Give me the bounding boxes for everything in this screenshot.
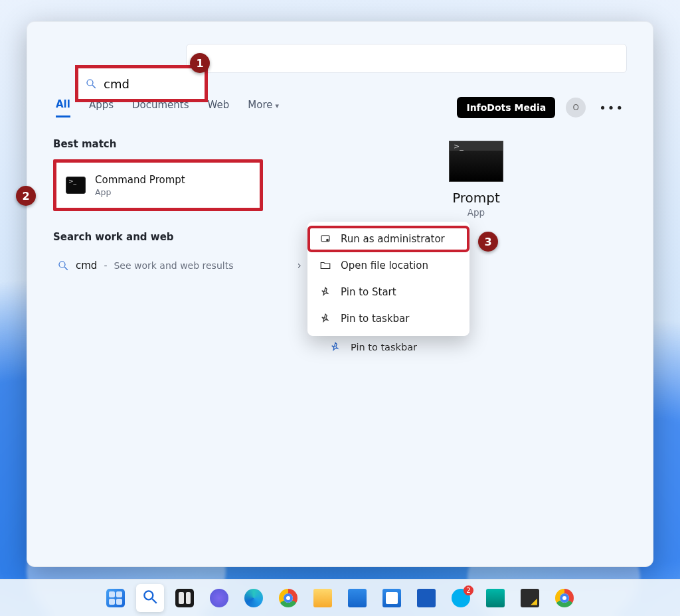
web-result-separator: - bbox=[104, 260, 107, 271]
notification-badge: 2 bbox=[464, 585, 473, 595]
user-name-pill[interactable]: InfoDots Media bbox=[457, 97, 555, 118]
annotation-badge-2: 2 bbox=[16, 186, 36, 206]
taskbar-chat-button[interactable] bbox=[205, 584, 233, 612]
svg-line-1 bbox=[92, 85, 96, 88]
more-options-button[interactable]: ••• bbox=[596, 98, 627, 117]
search-bar[interactable] bbox=[186, 44, 627, 73]
pin-icon bbox=[319, 286, 331, 298]
command-prompt-icon-large bbox=[449, 141, 503, 182]
svg-point-0 bbox=[87, 80, 93, 86]
search-input-highlight bbox=[75, 65, 208, 102]
best-match-title: Command Prompt bbox=[95, 174, 185, 186]
context-item-label: Pin to taskbar bbox=[341, 313, 409, 325]
tab-more[interactable]: More▾ bbox=[248, 99, 279, 116]
context-pin-to-start[interactable]: Pin to Start bbox=[307, 279, 469, 305]
taskbar-app-teal-button[interactable] bbox=[481, 584, 509, 612]
taskbar-taskview-button[interactable] bbox=[171, 584, 199, 612]
taskbar-mail-button[interactable] bbox=[343, 584, 371, 612]
taskbar-stickynotes-button[interactable] bbox=[516, 584, 544, 612]
chevron-right-icon: › bbox=[298, 259, 301, 271]
svg-line-7 bbox=[152, 599, 157, 603]
taskbar-store-button[interactable] bbox=[378, 584, 406, 612]
taskbar-word-button[interactable] bbox=[412, 584, 440, 612]
preview-subtitle: App bbox=[325, 207, 627, 218]
context-pin-to-taskbar[interactable]: Pin to taskbar bbox=[307, 305, 469, 332]
taskbar-explorer-button[interactable] bbox=[309, 584, 337, 612]
taskbar-search-button[interactable] bbox=[136, 584, 164, 612]
search-web-heading: Search work and web bbox=[53, 231, 319, 243]
folder-icon bbox=[319, 260, 331, 271]
web-result-query: cmd bbox=[76, 260, 97, 271]
taskbar-start-button[interactable] bbox=[102, 584, 129, 612]
action-pin-to-taskbar[interactable]: Pin to taskbar bbox=[325, 336, 627, 358]
context-menu: Run as administrator Open file location … bbox=[307, 222, 469, 336]
taskbar-skype-button[interactable]: 2 bbox=[447, 584, 475, 612]
annotation-badge-3: 3 bbox=[478, 232, 498, 252]
taskbar: 2 bbox=[0, 579, 680, 616]
tab-all[interactable]: All bbox=[56, 98, 70, 117]
context-run-as-admin[interactable]: Run as administrator bbox=[307, 226, 469, 252]
pin-icon bbox=[319, 313, 331, 325]
web-result-row[interactable]: cmd - See work and web results › bbox=[53, 252, 305, 278]
command-prompt-icon bbox=[66, 177, 86, 194]
context-item-label: Pin to Start bbox=[341, 286, 396, 298]
context-item-label: Open file location bbox=[341, 260, 428, 271]
search-icon bbox=[85, 78, 97, 90]
svg-line-3 bbox=[64, 267, 68, 270]
tab-more-label: More bbox=[248, 99, 272, 111]
user-avatar[interactable]: O bbox=[566, 98, 586, 117]
best-match-heading: Best match bbox=[53, 138, 319, 150]
shield-icon bbox=[319, 233, 331, 245]
taskbar-chrome2-button[interactable] bbox=[551, 584, 578, 612]
web-result-hint: See work and web results bbox=[114, 260, 233, 271]
chevron-down-icon: ▾ bbox=[275, 102, 279, 110]
search-input[interactable] bbox=[104, 77, 183, 91]
taskbar-edge-button[interactable] bbox=[240, 584, 268, 612]
pin-icon bbox=[329, 341, 341, 353]
svg-point-6 bbox=[144, 591, 153, 599]
best-match-subtitle: App bbox=[95, 187, 185, 197]
annotation-badge-1: 1 bbox=[190, 53, 210, 73]
context-open-file-location[interactable]: Open file location bbox=[307, 252, 469, 279]
action-label: Pin to taskbar bbox=[351, 342, 417, 352]
context-item-label: Run as administrator bbox=[341, 233, 445, 245]
svg-point-2 bbox=[59, 262, 65, 268]
preview-title: Prompt bbox=[325, 190, 627, 206]
tab-web[interactable]: Web bbox=[208, 99, 230, 116]
search-icon bbox=[57, 260, 69, 271]
taskbar-chrome-button[interactable] bbox=[274, 584, 302, 612]
best-match-result[interactable]: Command Prompt App bbox=[53, 159, 263, 211]
svg-point-5 bbox=[326, 239, 329, 242]
